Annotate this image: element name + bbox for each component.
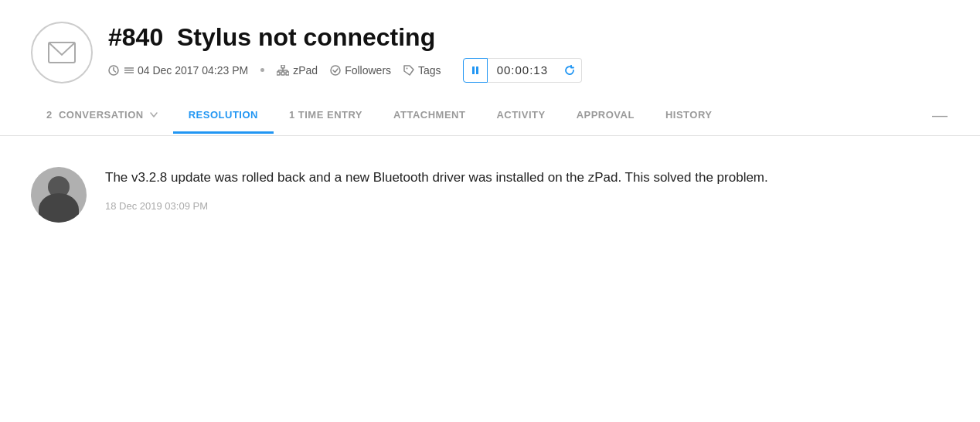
date-text: 04 Dec 2017 04:23 PM: [138, 64, 248, 77]
message-body: The v3.2.8 update was rolled back and a …: [105, 167, 949, 212]
tabs-more-button[interactable]: —: [932, 96, 949, 135]
hierarchy-icon: [277, 65, 289, 76]
tab-attachment[interactable]: ATTACHMENT: [378, 98, 481, 134]
timer-pause-button[interactable]: [463, 58, 488, 83]
ticket-title-text: Stylus not connecting: [177, 23, 435, 51]
followers-check-icon: [330, 65, 341, 76]
tags-label: Tags: [418, 64, 441, 77]
svg-rect-17: [476, 66, 478, 74]
followers-button[interactable]: Followers: [330, 64, 391, 77]
more-icon: —: [932, 107, 949, 124]
resolution-content: The v3.2.8 update was rolled back and a …: [0, 136, 980, 246]
time-entry-tab-label: 1 TIME ENTRY: [289, 109, 362, 121]
header-content: #840 Stylus not connecting: [108, 23, 949, 83]
approval-tab-label: APPROVAL: [577, 109, 635, 121]
project-name: zPad: [293, 64, 318, 77]
followers-label: Followers: [345, 64, 391, 77]
avatar: [31, 167, 87, 223]
timer-widget: 00:00:13: [463, 58, 582, 83]
resolution-tab-label: RESOLUTION: [189, 109, 258, 121]
svg-rect-7: [281, 72, 284, 75]
tab-resolution[interactable]: RESOLUTION: [173, 98, 274, 134]
conversation-tab-label: 2 CONVERSATION: [46, 109, 144, 121]
ticket-meta: 04 Dec 2017 04:23 PM: [108, 58, 949, 83]
tab-activity[interactable]: ACTIVITY: [481, 98, 560, 134]
message-text: The v3.2.8 update was rolled back and a …: [105, 167, 949, 188]
tag-icon: [403, 65, 414, 76]
svg-point-15: [407, 67, 408, 69]
tab-history[interactable]: HISTORY: [650, 98, 728, 134]
mail-icon: [48, 42, 76, 63]
timer-refresh-button[interactable]: [557, 58, 582, 83]
attachment-tab-label: ATTACHMENT: [393, 109, 465, 121]
ticket-title: #840 Stylus not connecting: [108, 23, 949, 52]
ticket-date: 04 Dec 2017 04:23 PM: [108, 64, 248, 77]
chevron-down-icon: [150, 112, 158, 117]
page-header: #840 Stylus not connecting: [0, 0, 980, 96]
ticket-project: zPad: [277, 64, 318, 77]
tab-conversation[interactable]: 2 CONVERSATION: [31, 98, 173, 134]
list-icon: [124, 66, 134, 74]
svg-rect-5: [281, 65, 284, 68]
tab-approval[interactable]: APPROVAL: [561, 98, 650, 134]
activity-tab-label: ACTIVITY: [496, 109, 545, 121]
tags-button[interactable]: Tags: [403, 64, 441, 77]
ticket-number: #840: [108, 23, 163, 51]
message-date: 18 Dec 2019 03:09 PM: [105, 200, 949, 212]
timer-display: 00:00:13: [488, 58, 557, 83]
history-tab-label: HISTORY: [665, 109, 713, 121]
clock-icon: [108, 65, 119, 76]
svg-rect-16: [472, 66, 475, 74]
tabs-bar: 2 CONVERSATION RESOLUTION 1 TIME ENTRY A…: [0, 96, 980, 136]
meta-separator-dot: [260, 68, 264, 72]
svg-point-14: [331, 66, 340, 75]
svg-rect-6: [277, 72, 280, 75]
tab-time-entry[interactable]: 1 TIME ENTRY: [274, 98, 378, 134]
conversation-tab-dropdown[interactable]: 2 CONVERSATION: [46, 109, 158, 121]
ticket-icon: [31, 22, 93, 83]
svg-rect-8: [286, 72, 289, 75]
